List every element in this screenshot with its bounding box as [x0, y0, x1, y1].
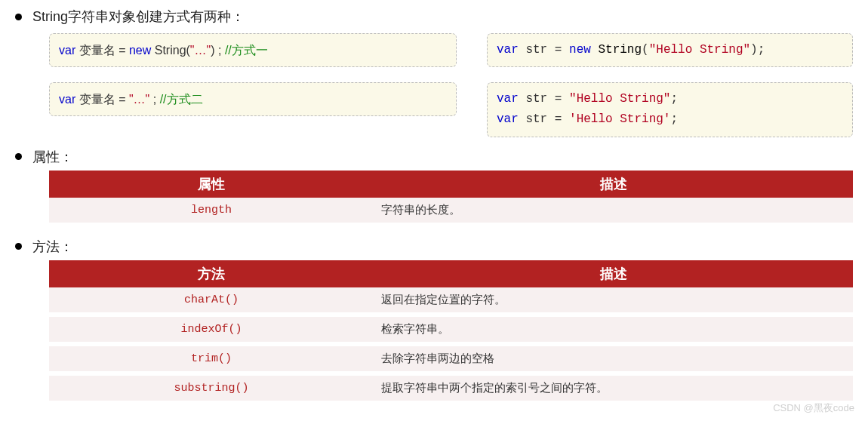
table-row: charAt()返回在指定位置的字符。: [49, 287, 853, 315]
section-methods: 方法： 方法 描述 charAt()返回在指定位置的字符。indexOf()检索…: [15, 238, 853, 405]
cell-name: charAt(): [49, 287, 374, 315]
section2-title: 属性：: [32, 148, 73, 166]
table-row: indexOf()检索字符串。: [49, 315, 853, 344]
document-root: String字符串对象创建方式有两种： var 变量名 = new String…: [15, 8, 853, 405]
table-row: substring()提取字符串中两个指定的索引号之间的字符。: [49, 373, 853, 403]
methods-table: 方法 描述 charAt()返回在指定位置的字符。indexOf()检索字符串。…: [49, 260, 853, 405]
bullet-icon: [15, 243, 22, 250]
properties-table-wrap: 属性 描述 length字符串的长度。: [49, 171, 853, 227]
section-string-creation: String字符串对象创建方式有两种： var 变量名 = new String…: [15, 8, 853, 137]
code-col-right: var str = new String("Hello String"); va…: [487, 33, 853, 137]
table-row: length字符串的长度。: [49, 198, 853, 225]
bullet-row: String字符串对象创建方式有两种：: [15, 8, 853, 26]
code-box-example1: var str = new String("Hello String");: [487, 33, 853, 67]
code-col-left: var 变量名 = new String("…") ; //方式一 var 变量…: [49, 33, 457, 137]
code-box-example2: var str = "Hello String"; var str = 'Hel…: [487, 82, 853, 137]
cell-description: 去除字符串两边的空格: [374, 344, 853, 373]
section1-title: String字符串对象创建方式有两种：: [32, 8, 245, 26]
th-method: 方法: [49, 260, 374, 287]
code-columns: var 变量名 = new String("…") ; //方式一 var 变量…: [49, 33, 853, 137]
cell-description: 提取字符串中两个指定的索引号之间的字符。: [374, 373, 853, 403]
cell-description: 字符串的长度。: [374, 198, 853, 225]
cell-description: 检索字符串。: [374, 315, 853, 344]
code-box-method1: var 变量名 = new String("…") ; //方式一: [49, 33, 457, 67]
cell-name: substring(): [49, 373, 374, 403]
section3-title: 方法：: [32, 238, 73, 256]
cell-name: trim(): [49, 344, 374, 373]
bullet-row: 方法：: [15, 238, 853, 256]
section-properties: 属性： 属性 描述 length字符串的长度。: [15, 148, 853, 227]
bullet-icon: [15, 14, 22, 20]
th-description: 描述: [374, 260, 853, 287]
th-property: 属性: [49, 171, 374, 198]
table-row: trim()去除字符串两边的空格: [49, 344, 853, 373]
bullet-icon: [15, 153, 22, 160]
bullet-row: 属性：: [15, 148, 853, 166]
cell-description: 返回在指定位置的字符。: [374, 287, 853, 315]
cell-name: length: [49, 198, 374, 225]
code-box-method2: var 变量名 = "…" ; //方式二: [49, 82, 457, 116]
cell-name: indexOf(): [49, 315, 374, 344]
th-description: 描述: [374, 171, 853, 198]
properties-table: 属性 描述 length字符串的长度。: [49, 171, 853, 227]
methods-table-wrap: 方法 描述 charAt()返回在指定位置的字符。indexOf()检索字符串。…: [49, 260, 853, 405]
